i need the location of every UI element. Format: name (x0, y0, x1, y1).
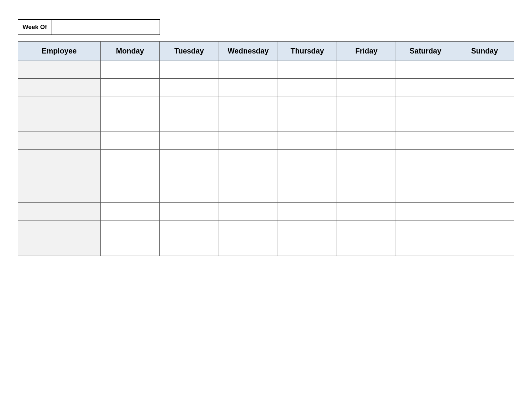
schedule-cell[interactable] (455, 96, 514, 114)
schedule-cell[interactable] (337, 185, 396, 203)
employee-cell[interactable] (18, 220, 101, 238)
schedule-cell[interactable] (337, 238, 396, 256)
week-of-input[interactable] (52, 19, 160, 35)
schedule-cell[interactable] (278, 114, 337, 132)
table-row (18, 132, 514, 150)
schedule-cell[interactable] (337, 79, 396, 96)
schedule-cell[interactable] (396, 132, 455, 150)
schedule-cell[interactable] (101, 167, 160, 185)
week-of-container: Week Of (18, 19, 514, 35)
schedule-cell[interactable] (455, 167, 514, 185)
employee-cell[interactable] (18, 96, 101, 114)
schedule-cell[interactable] (219, 150, 278, 167)
schedule-cell[interactable] (101, 238, 160, 256)
schedule-cell[interactable] (278, 61, 337, 79)
employee-cell[interactable] (18, 185, 101, 203)
schedule-cell[interactable] (101, 220, 160, 238)
schedule-cell[interactable] (278, 238, 337, 256)
schedule-cell[interactable] (396, 79, 455, 96)
schedule-cell[interactable] (219, 238, 278, 256)
schedule-cell[interactable] (219, 132, 278, 150)
header-friday: Friday (337, 42, 396, 61)
schedule-cell[interactable] (101, 185, 160, 203)
schedule-cell[interactable] (278, 132, 337, 150)
schedule-cell[interactable] (160, 132, 219, 150)
schedule-cell[interactable] (160, 61, 219, 79)
schedule-cell[interactable] (219, 203, 278, 220)
schedule-cell[interactable] (219, 61, 278, 79)
table-row (18, 238, 514, 256)
schedule-cell[interactable] (160, 238, 219, 256)
schedule-cell[interactable] (396, 96, 455, 114)
schedule-cell[interactable] (396, 203, 455, 220)
schedule-cell[interactable] (455, 238, 514, 256)
schedule-cell[interactable] (219, 185, 278, 203)
schedule-cell[interactable] (337, 150, 396, 167)
schedule-cell[interactable] (396, 220, 455, 238)
employee-cell[interactable] (18, 167, 101, 185)
schedule-cell[interactable] (455, 114, 514, 132)
schedule-cell[interactable] (455, 150, 514, 167)
schedule-cell[interactable] (101, 79, 160, 96)
header-thursday: Thursday (278, 42, 337, 61)
schedule-cell[interactable] (337, 114, 396, 132)
schedule-cell[interactable] (278, 220, 337, 238)
schedule-cell[interactable] (219, 167, 278, 185)
schedule-cell[interactable] (396, 185, 455, 203)
schedule-cell[interactable] (219, 96, 278, 114)
table-row (18, 220, 514, 238)
schedule-cell[interactable] (396, 114, 455, 132)
schedule-cell[interactable] (101, 61, 160, 79)
schedule-cell[interactable] (160, 203, 219, 220)
schedule-cell[interactable] (337, 220, 396, 238)
schedule-cell[interactable] (455, 132, 514, 150)
employee-cell[interactable] (18, 79, 101, 96)
schedule-cell[interactable] (455, 61, 514, 79)
employee-cell[interactable] (18, 61, 101, 79)
schedule-cell[interactable] (219, 114, 278, 132)
schedule-cell[interactable] (337, 61, 396, 79)
schedule-cell[interactable] (101, 203, 160, 220)
schedule-cell[interactable] (396, 238, 455, 256)
employee-cell[interactable] (18, 238, 101, 256)
schedule-cell[interactable] (101, 150, 160, 167)
schedule-cell[interactable] (278, 167, 337, 185)
schedule-cell[interactable] (337, 167, 396, 185)
schedule-cell[interactable] (396, 61, 455, 79)
schedule-cell[interactable] (278, 203, 337, 220)
schedule-cell[interactable] (337, 96, 396, 114)
employee-cell[interactable] (18, 203, 101, 220)
schedule-cell[interactable] (160, 150, 219, 167)
schedule-cell[interactable] (219, 79, 278, 96)
schedule-cell[interactable] (455, 185, 514, 203)
employee-cell[interactable] (18, 132, 101, 150)
schedule-cell[interactable] (455, 203, 514, 220)
schedule-cell[interactable] (396, 167, 455, 185)
table-row (18, 203, 514, 220)
schedule-cell[interactable] (278, 79, 337, 96)
schedule-cell[interactable] (160, 167, 219, 185)
table-row (18, 61, 514, 79)
schedule-cell[interactable] (101, 132, 160, 150)
header-employee: Employee (18, 42, 101, 61)
schedule-cell[interactable] (278, 150, 337, 167)
schedule-cell[interactable] (337, 132, 396, 150)
schedule-cell[interactable] (337, 203, 396, 220)
employee-cell[interactable] (18, 114, 101, 132)
schedule-cell[interactable] (160, 185, 219, 203)
schedule-cell[interactable] (101, 114, 160, 132)
schedule-cell[interactable] (219, 220, 278, 238)
schedule-cell[interactable] (455, 79, 514, 96)
schedule-cell[interactable] (278, 185, 337, 203)
schedule-cell[interactable] (160, 79, 219, 96)
schedule-cell[interactable] (160, 96, 219, 114)
schedule-cell[interactable] (160, 114, 219, 132)
schedule-cell[interactable] (396, 150, 455, 167)
schedule-cell[interactable] (101, 96, 160, 114)
schedule-cell[interactable] (455, 220, 514, 238)
schedule-cell[interactable] (278, 96, 337, 114)
table-row (18, 79, 514, 96)
header-tuesday: Tuesday (160, 42, 219, 61)
employee-cell[interactable] (18, 150, 101, 167)
schedule-cell[interactable] (160, 220, 219, 238)
